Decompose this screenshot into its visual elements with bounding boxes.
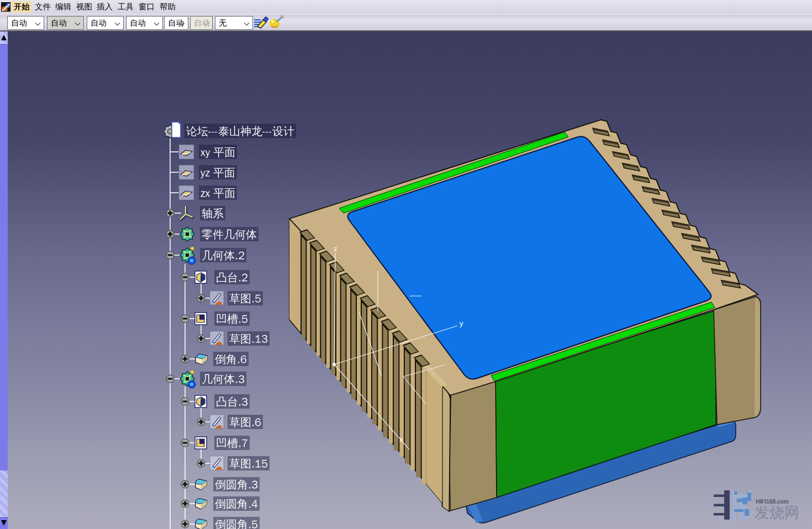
svg-text:z: z: [334, 245, 338, 253]
svg-text:x: x: [399, 435, 403, 443]
svg-text:y: y: [460, 319, 463, 327]
